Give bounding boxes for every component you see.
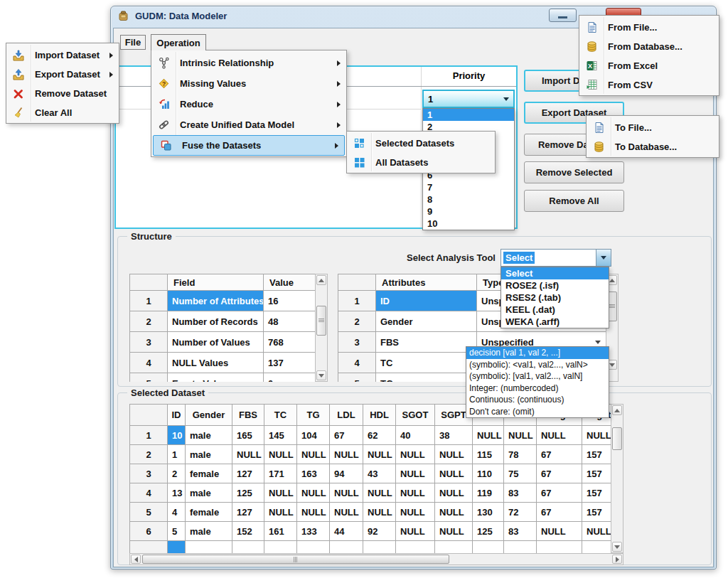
dbp-cell[interactable]: 75 bbox=[504, 464, 537, 483]
hdl-cell[interactable]: 92 bbox=[363, 522, 396, 541]
scrollbar-down-button[interactable] bbox=[316, 370, 326, 380]
sgpt-cell[interactable]: 38 bbox=[435, 426, 473, 445]
tc-cell[interactable]: 171 bbox=[264, 464, 297, 483]
height-cell[interactable]: NULL bbox=[582, 426, 611, 445]
height-cell[interactable]: 157 bbox=[582, 483, 611, 503]
sbp-cell[interactable]: 125 bbox=[473, 522, 504, 541]
analysis-tool-dropdown-button[interactable] bbox=[596, 250, 611, 266]
dbp-cell[interactable]: 83 bbox=[504, 522, 537, 541]
value-cell[interactable]: 16 bbox=[264, 291, 316, 311]
menu-item-reduce[interactable]: Reduce bbox=[151, 94, 346, 114]
tc-cell[interactable]: 161 bbox=[264, 522, 297, 541]
dataset-column-header[interactable]: SGOT bbox=[396, 405, 435, 426]
tc-cell[interactable]: NULL bbox=[264, 503, 297, 522]
dataset-column-header[interactable]: FBS bbox=[232, 405, 264, 426]
menu-item-to-database[interactable]: To Database... bbox=[587, 137, 719, 156]
scrollbar-up-button[interactable] bbox=[612, 405, 622, 415]
fbs-cell[interactable]: 152 bbox=[232, 522, 264, 541]
gender-cell[interactable]: male bbox=[186, 483, 232, 503]
hdl-cell[interactable]: 62 bbox=[363, 426, 396, 445]
tg-cell[interactable]: NULL bbox=[297, 503, 330, 522]
dbp-cell[interactable]: 78 bbox=[504, 445, 537, 464]
sbp-cell[interactable]: 130 bbox=[473, 503, 504, 522]
ldl-cell[interactable]: NULL bbox=[330, 503, 363, 522]
dataset-column-header[interactable]: LDL bbox=[330, 405, 363, 426]
scrollbar-right-button[interactable] bbox=[612, 555, 622, 564]
dataset-table-vscrollbar[interactable] bbox=[611, 404, 623, 553]
ldl-cell[interactable]: 67 bbox=[330, 426, 363, 445]
priority-option[interactable]: 8 bbox=[423, 193, 514, 205]
field-cell[interactable]: Empty Values bbox=[168, 373, 264, 383]
id-cell[interactable]: 5 bbox=[168, 522, 186, 541]
gender-cell[interactable]: male bbox=[186, 426, 232, 445]
scrollbar-thumb[interactable] bbox=[142, 555, 449, 564]
sgot-cell[interactable]: NULL bbox=[396, 464, 435, 483]
fbs-cell[interactable]: 127 bbox=[232, 503, 264, 522]
ldl-cell[interactable]: 94 bbox=[330, 464, 363, 483]
value-column-header[interactable]: Value bbox=[264, 274, 316, 291]
chevron-down-icon[interactable] bbox=[595, 341, 601, 344]
row-number-cell[interactable]: 2 bbox=[130, 311, 168, 332]
value-cell[interactable]: 0 bbox=[264, 373, 316, 383]
sgpt-cell[interactable]: NULL bbox=[435, 522, 473, 541]
dataset-column-header[interactable]: TG bbox=[297, 405, 330, 426]
height-cell[interactable]: NULL bbox=[582, 522, 611, 541]
sgot-cell[interactable]: NULL bbox=[396, 483, 435, 503]
fbs-cell[interactable]: 165 bbox=[232, 426, 264, 445]
row-number-cell[interactable]: 4 bbox=[338, 353, 376, 373]
weight-cell[interactable]: 67 bbox=[537, 445, 582, 464]
value-cell[interactable]: 48 bbox=[264, 311, 316, 332]
row-number-cell[interactable]: 4 bbox=[130, 483, 168, 503]
analysis-tool-option[interactable]: RSES2 (.tab) bbox=[501, 292, 609, 304]
hdl-cell[interactable]: 43 bbox=[363, 464, 396, 483]
sgpt-cell[interactable]: NULL bbox=[435, 503, 473, 522]
field-cell[interactable]: NULL Values bbox=[168, 353, 264, 373]
sgot-cell[interactable]: 40 bbox=[396, 426, 435, 445]
menu-item-create-unified-data-model[interactable]: Create Unified Data Model bbox=[151, 114, 346, 135]
analysis-tool-combobox[interactable]: Select bbox=[500, 249, 611, 267]
menu-item-to-file[interactable]: To File... bbox=[587, 118, 719, 137]
minimize-button[interactable] bbox=[549, 9, 577, 22]
field-cell[interactable]: Number of Attributes bbox=[168, 291, 264, 311]
type-option[interactable]: Continuous: (continuous) bbox=[466, 394, 609, 406]
sbp-cell[interactable]: 119 bbox=[473, 483, 504, 503]
id-cell[interactable]: 1 bbox=[168, 445, 186, 464]
menu-file[interactable]: File bbox=[120, 35, 146, 50]
analysis-tool-option[interactable]: ROSE2 (.isf) bbox=[501, 279, 609, 292]
fbs-cell[interactable]: 125 bbox=[232, 483, 264, 503]
sbp-cell[interactable]: NULL bbox=[473, 426, 504, 445]
attribute-cell[interactable]: TG bbox=[376, 373, 477, 383]
attribute-cell[interactable]: Gender bbox=[376, 311, 477, 332]
tg-cell[interactable]: 104 bbox=[297, 426, 330, 445]
row-number-cell[interactable]: 1 bbox=[130, 291, 168, 311]
id-cell[interactable]: 10 bbox=[168, 426, 186, 445]
weight-cell[interactable]: 67 bbox=[537, 464, 582, 483]
priority-option[interactable]: 10 bbox=[423, 218, 514, 230]
weight-cell[interactable]: 67 bbox=[537, 503, 582, 522]
attribute-cell[interactable]: FBS bbox=[376, 332, 477, 353]
height-cell[interactable]: 157 bbox=[582, 464, 611, 483]
menu-item-import-dataset[interactable]: Import Dataset bbox=[6, 46, 119, 65]
type-option[interactable]: decision [val 1, val 2, ...] bbox=[466, 347, 609, 359]
menu-item-from-csv[interactable]: From CSV bbox=[579, 75, 719, 95]
menu-item-export-dataset[interactable]: Export Dataset bbox=[6, 65, 119, 84]
dbp-cell[interactable]: 72 bbox=[504, 503, 537, 522]
priority-option[interactable]: 7 bbox=[423, 181, 514, 193]
sbp-cell[interactable]: 110 bbox=[473, 464, 504, 483]
dbp-cell[interactable]: NULL bbox=[504, 426, 537, 445]
sgot-cell[interactable]: NULL bbox=[396, 445, 435, 464]
dataset-column-header[interactable]: TC bbox=[264, 405, 297, 426]
menu-operation[interactable]: Operation bbox=[151, 34, 206, 50]
height-cell[interactable]: 157 bbox=[582, 503, 611, 522]
tg-cell[interactable]: NULL bbox=[297, 445, 330, 464]
type-option[interactable]: Don't care: (omit) bbox=[466, 406, 609, 418]
menu-item-missing-values[interactable]: ? Missing Values bbox=[151, 73, 346, 94]
corner-header[interactable] bbox=[338, 274, 376, 291]
tc-cell[interactable]: 145 bbox=[264, 426, 297, 445]
fbs-cell[interactable]: NULL bbox=[232, 445, 264, 464]
hdl-cell[interactable]: NULL bbox=[363, 503, 396, 522]
sgot-cell[interactable]: NULL bbox=[396, 522, 435, 541]
remove-all-button[interactable]: Remove All bbox=[524, 190, 624, 212]
remove-selected-button[interactable]: Remove Selected bbox=[524, 161, 624, 183]
priority-combobox[interactable]: 1 bbox=[422, 90, 515, 108]
